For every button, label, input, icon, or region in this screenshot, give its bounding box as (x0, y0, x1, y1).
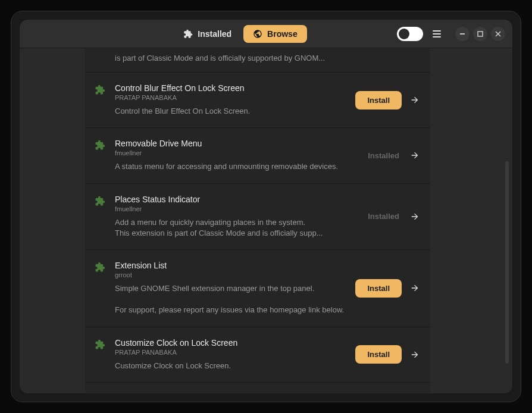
list-item[interactable]: Control Blur Effect On Lock Screen PRATA… (85, 73, 430, 128)
extension-title: Customize Clock on Lock Screen (115, 338, 346, 348)
arrow-right-icon (410, 212, 420, 221)
view-switcher: Installed Browse (174, 25, 306, 43)
list-item[interactable]: is part of Classic Mode and is officiall… (85, 48, 430, 73)
puzzle-icon (95, 339, 105, 350)
content-area: is part of Classic Mode and is officiall… (20, 48, 512, 393)
svg-rect-1 (478, 32, 483, 36)
install-button[interactable]: Install (355, 279, 402, 298)
extension-description: Customize Clock on Lock Screen. (115, 361, 346, 371)
extension-description: Add a menu for quickly navigating places… (115, 217, 356, 239)
menu-button[interactable] (429, 27, 445, 41)
puzzle-icon (95, 140, 105, 151)
extension-description: Control the Blur Effect On Lock Screen. (115, 106, 346, 117)
details-button[interactable] (409, 211, 421, 223)
globe-icon (253, 29, 262, 39)
installed-label: Installed (365, 146, 402, 165)
tab-browse[interactable]: Browse (243, 25, 307, 43)
puzzle-icon (183, 29, 193, 39)
puzzle-icon (95, 196, 105, 206)
details-button[interactable] (409, 282, 421, 294)
extension-author: fmuellner (115, 149, 356, 157)
minimize-button[interactable] (455, 27, 470, 41)
list-item[interactable]: Places Status Indicator fmuellner Add a … (85, 184, 430, 250)
details-button[interactable] (409, 349, 421, 361)
extension-list: is part of Classic Mode and is officiall… (85, 48, 430, 393)
maximize-icon (477, 31, 483, 37)
svg-rect-0 (460, 33, 465, 35)
theme-toggle[interactable] (397, 27, 423, 41)
tab-browse-label: Browse (267, 29, 298, 39)
tab-installed[interactable]: Installed (174, 25, 241, 43)
extension-description: is part of Classic Mode and is officiall… (115, 53, 421, 64)
install-button[interactable]: Install (355, 91, 402, 109)
list-item[interactable]: Customize Clock on Lock Screen PRATAP PA… (85, 327, 430, 383)
scrollbar[interactable] (505, 161, 509, 364)
extension-description: A status menu for accessing and unmounti… (115, 161, 356, 172)
app-window: Installed Browse (20, 20, 512, 393)
extension-title: Removable Drive Menu (115, 139, 356, 148)
maximize-button[interactable] (473, 27, 487, 41)
details-button[interactable] (409, 149, 421, 161)
minimize-icon (459, 31, 465, 37)
extension-title: Places Status Indicator (115, 195, 356, 204)
extension-title: Extension List (115, 261, 346, 270)
list-item[interactable]: GameMode gicmo Status indicator for Game… (85, 383, 430, 393)
list-item[interactable]: Removable Drive Menu fmuellner A status … (85, 128, 430, 183)
extension-title: Control Blur Effect On Lock Screen (115, 83, 346, 93)
header-bar: Installed Browse (20, 20, 512, 48)
tab-installed-label: Installed (198, 29, 231, 39)
extension-description: Simple GNOME Shell extension manager in … (115, 283, 346, 316)
details-button[interactable] (409, 94, 421, 106)
puzzle-icon (95, 85, 105, 95)
list-item[interactable]: Extension List grroot Simple GNOME Shell… (85, 250, 430, 327)
extension-author: grroot (115, 271, 346, 279)
close-icon (495, 31, 501, 37)
arrow-right-icon (410, 151, 420, 160)
extension-author: fmuellner (115, 205, 356, 212)
install-button[interactable]: Install (355, 345, 402, 364)
arrow-right-icon (410, 350, 420, 359)
installed-label: Installed (365, 207, 402, 226)
extension-author: PRATAP PANABAKA (115, 349, 346, 356)
close-button[interactable] (491, 27, 505, 41)
arrow-right-icon (410, 283, 420, 293)
extension-author: PRATAP PANABAKA (115, 94, 346, 101)
arrow-right-icon (410, 95, 420, 105)
puzzle-icon (95, 262, 105, 273)
